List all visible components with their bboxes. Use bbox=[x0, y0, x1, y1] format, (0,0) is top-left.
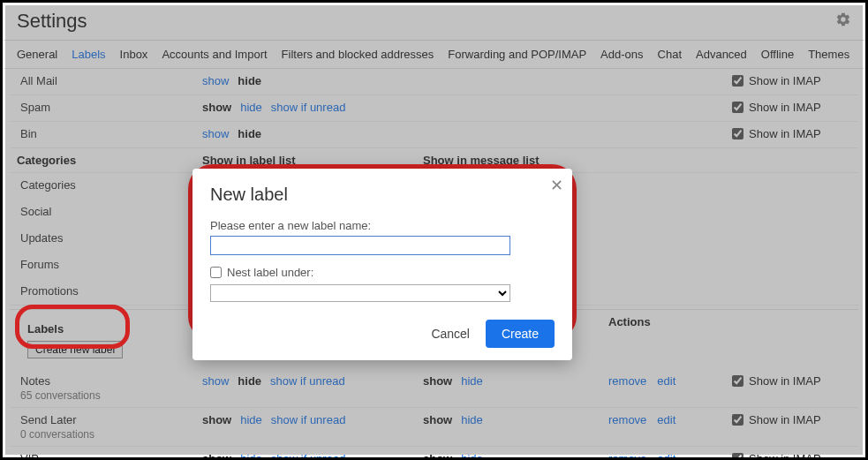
imap-checkbox[interactable] bbox=[732, 375, 743, 387]
hide-link[interactable]: hide bbox=[461, 413, 483, 426]
tab-chat[interactable]: Chat bbox=[658, 48, 682, 61]
gear-icon[interactable] bbox=[835, 11, 851, 32]
hide-bold[interactable]: hide bbox=[238, 74, 261, 87]
labels-title: Labels bbox=[17, 315, 202, 337]
show-in-label-list-header: Show in label list bbox=[202, 154, 423, 167]
show-bold[interactable]: show bbox=[202, 101, 231, 114]
row-spam: Spam show hide show if unread Show in IM… bbox=[10, 95, 858, 122]
tab-filters[interactable]: Filters and blocked addresses bbox=[282, 48, 434, 61]
label-bin: Bin bbox=[17, 127, 202, 140]
cat-promotions: Promotions bbox=[17, 284, 202, 298]
tab-offline[interactable]: Offline bbox=[761, 48, 794, 61]
label-send-later: Send Later bbox=[20, 413, 202, 426]
new-label-dialog: ✕ New label Please enter a new label nam… bbox=[192, 169, 572, 360]
imap-label: Show in IMAP bbox=[749, 74, 821, 87]
tab-themes[interactable]: Themes bbox=[808, 48, 849, 61]
label-all-mail: All Mail bbox=[17, 74, 202, 87]
cat-updates: Updates bbox=[17, 231, 202, 245]
dialog-title: New label bbox=[210, 185, 555, 205]
cat-forums: Forums bbox=[17, 258, 202, 271]
label-send-later-count: 0 conversations bbox=[20, 428, 202, 441]
row-vip: VIP 1 conversation show hide show if unr… bbox=[10, 447, 858, 460]
show-link[interactable]: show bbox=[202, 374, 229, 388]
remove-link[interactable]: remove bbox=[608, 374, 646, 388]
edit-link[interactable]: edit bbox=[657, 452, 676, 460]
hide-link[interactable]: hide bbox=[240, 413, 262, 426]
imap-label: Show in IMAP bbox=[749, 413, 821, 426]
show-bold[interactable]: show bbox=[423, 452, 452, 460]
row-send-later: Send Later 0 conversations show hide sho… bbox=[10, 408, 858, 447]
imap-label: Show in IMAP bbox=[749, 374, 821, 388]
nest-select[interactable] bbox=[210, 284, 510, 302]
tab-advanced[interactable]: Advanced bbox=[696, 48, 747, 61]
tab-general[interactable]: General bbox=[17, 48, 57, 61]
imap-checkbox[interactable] bbox=[732, 453, 743, 460]
cat-social: Social bbox=[17, 205, 202, 218]
show-bold[interactable]: show bbox=[423, 374, 452, 388]
cat-categories: Categories bbox=[17, 178, 202, 192]
tab-forwarding[interactable]: Forwarding and POP/IMAP bbox=[448, 48, 586, 61]
hide-link[interactable]: hide bbox=[461, 374, 483, 388]
imap-checkbox[interactable] bbox=[732, 128, 743, 140]
imap-checkbox[interactable] bbox=[732, 102, 743, 113]
hide-bold[interactable]: hide bbox=[238, 374, 261, 388]
show-bold[interactable]: show bbox=[423, 413, 452, 426]
label-spam: Spam bbox=[17, 101, 202, 114]
label-name-input[interactable] bbox=[210, 236, 510, 255]
hide-link[interactable]: hide bbox=[461, 452, 483, 460]
tab-inbox[interactable]: Inbox bbox=[120, 48, 148, 61]
hide-bold[interactable]: hide bbox=[238, 127, 261, 140]
page-title: Settings bbox=[17, 10, 87, 33]
close-icon[interactable]: ✕ bbox=[550, 176, 563, 195]
label-vip: VIP bbox=[20, 452, 202, 460]
row-notes: Notes 65 conversations show hide show if… bbox=[10, 369, 858, 408]
imap-label: Show in IMAP bbox=[749, 101, 821, 114]
create-button[interactable]: Create bbox=[486, 320, 555, 348]
tab-labels[interactable]: Labels bbox=[72, 48, 105, 61]
cancel-button[interactable]: Cancel bbox=[422, 321, 479, 346]
categories-title: Categories bbox=[17, 154, 202, 167]
show-bold[interactable]: show bbox=[202, 452, 231, 460]
edit-link[interactable]: edit bbox=[657, 413, 676, 426]
show-if-unread-link[interactable]: show if unread bbox=[271, 101, 346, 114]
imap-checkbox[interactable] bbox=[732, 414, 743, 426]
row-all-mail: All Mail show hide Show in IMAP bbox=[10, 69, 858, 95]
hide-link[interactable]: hide bbox=[240, 101, 262, 114]
dialog-prompt: Please enter a new label name: bbox=[210, 219, 555, 232]
settings-tabs: General Labels Inbox Accounts and Import… bbox=[3, 41, 865, 69]
actions-header: Actions bbox=[608, 315, 732, 364]
label-notes-count: 65 conversations bbox=[20, 389, 202, 402]
nest-checkbox[interactable] bbox=[210, 267, 222, 278]
show-bold[interactable]: show bbox=[202, 413, 231, 426]
imap-checkbox[interactable] bbox=[732, 75, 743, 87]
row-bin: Bin show hide Show in IMAP bbox=[10, 122, 858, 148]
show-if-unread-link[interactable]: show if unread bbox=[271, 452, 346, 460]
imap-label: Show in IMAP bbox=[749, 452, 821, 460]
show-in-message-list-header: Show in message list bbox=[423, 154, 608, 167]
edit-link[interactable]: edit bbox=[657, 374, 676, 388]
remove-link[interactable]: remove bbox=[608, 413, 646, 426]
nest-label: Nest label under: bbox=[227, 266, 313, 279]
tab-addons[interactable]: Add-ons bbox=[600, 48, 643, 61]
tab-accounts[interactable]: Accounts and Import bbox=[162, 48, 267, 61]
show-if-unread-link[interactable]: show if unread bbox=[270, 374, 345, 388]
imap-label: Show in IMAP bbox=[749, 127, 821, 140]
create-new-label-button[interactable]: Create new label bbox=[27, 341, 123, 358]
label-notes: Notes bbox=[20, 374, 202, 388]
show-link[interactable]: show bbox=[202, 74, 229, 87]
show-link[interactable]: show bbox=[202, 127, 229, 140]
hide-link[interactable]: hide bbox=[240, 452, 262, 460]
remove-link[interactable]: remove bbox=[608, 452, 646, 460]
show-if-unread-link[interactable]: show if unread bbox=[271, 413, 346, 426]
